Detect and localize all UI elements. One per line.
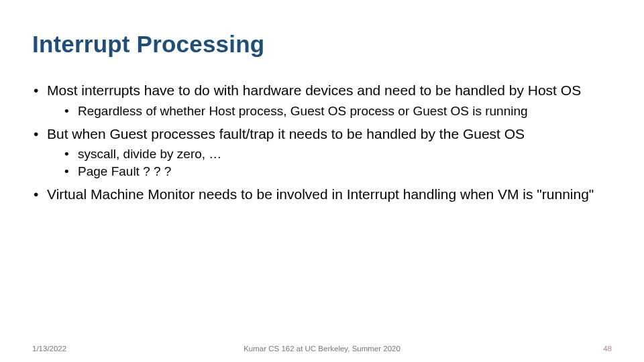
sub-list: Regardless of whether Host process, Gues… (47, 103, 612, 119)
list-item: syscall, divide by zero, … (47, 146, 612, 162)
slide: Interrupt Processing Most interrupts hav… (0, 0, 644, 362)
footer-center: Kumar CS 162 at UC Berkeley, Summer 2020 (0, 345, 644, 353)
footer-date: 1/13/2022 (32, 345, 66, 353)
bullet-text: Most interrupts have to do with hardware… (47, 82, 581, 98)
footer: 1/13/2022 Kumar CS 162 at UC Berkeley, S… (0, 345, 644, 353)
list-item: Regardless of whether Host process, Gues… (47, 103, 612, 119)
sub-list: syscall, divide by zero, … Page Fault ? … (47, 146, 612, 178)
bullet-list: Most interrupts have to do with hardware… (32, 82, 612, 202)
bullet-text: Virtual Machine Monitor needs to be invo… (47, 186, 594, 202)
bullet-text: syscall, divide by zero, … (78, 147, 221, 161)
content-body: Most interrupts have to do with hardware… (32, 82, 612, 202)
page-title: Interrupt Processing (32, 31, 612, 58)
bullet-text: Regardless of whether Host process, Gues… (78, 104, 528, 118)
list-item: Page Fault ? ? ? (47, 164, 612, 179)
list-item: Virtual Machine Monitor needs to be invo… (32, 186, 612, 203)
list-item: But when Guest processes fault/trap it n… (32, 125, 612, 179)
footer-page-number: 48 (603, 345, 612, 353)
list-item: Most interrupts have to do with hardware… (32, 82, 612, 119)
bullet-text: Page Fault ? ? ? (78, 164, 171, 178)
bullet-text: But when Guest processes fault/trap it n… (47, 126, 525, 141)
